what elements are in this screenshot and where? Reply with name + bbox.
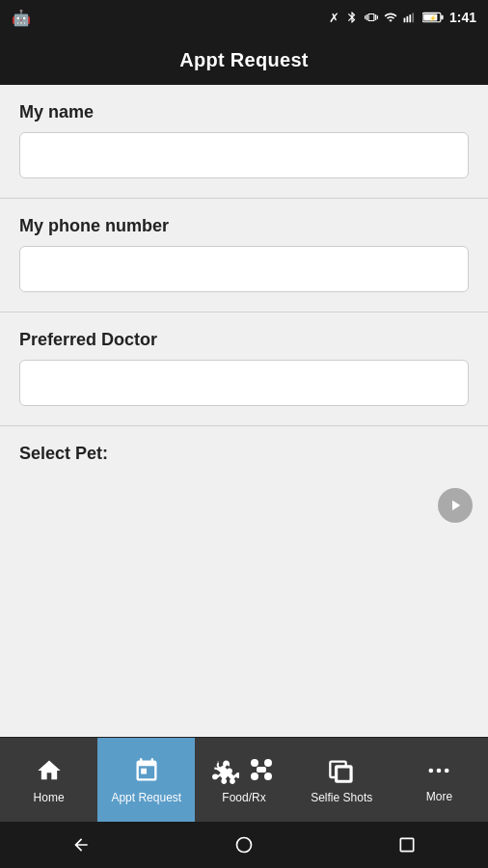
next-arrow-button[interactable] (438, 488, 473, 523)
main-content: My name My phone number Preferred Doctor… (0, 85, 488, 737)
nav-label-more: More (426, 791, 452, 802)
status-bar-left: 🤖 (12, 9, 31, 27)
bluetooth-icon (345, 11, 359, 24)
doctor-input[interactable] (19, 360, 469, 406)
svg-point-20 (236, 838, 251, 853)
notification-icon: 🤖 (12, 9, 31, 27)
select-pet-section: Select Pet: (0, 426, 488, 561)
doctor-section: Preferred Doctor (0, 312, 488, 426)
svg-rect-0 (404, 18, 406, 23)
phone-input[interactable] (19, 246, 469, 292)
nav-item-appt-request[interactable]: Appt Request (97, 738, 195, 822)
nav-item-home[interactable]: Home (0, 738, 97, 822)
svg-point-8 (251, 759, 258, 767)
svg-rect-1 (406, 16, 408, 22)
signal-icon (403, 11, 417, 24)
svg-rect-21 (400, 838, 413, 851)
nav-item-more[interactable]: More (391, 738, 488, 822)
status-bar: 🤖 ✗ ⚡ 1:41 (0, 0, 488, 35)
phone-section: My phone number (0, 199, 488, 312)
nav-item-selfie-shots[interactable]: Selfie Shots (293, 738, 391, 822)
calendar-icon (133, 757, 160, 788)
camera-icon (328, 757, 355, 788)
name-section: My name (0, 85, 488, 199)
nav-item-food-rx[interactable]: Food/Rx (195, 738, 292, 822)
status-time: 1:41 (449, 10, 476, 25)
name-input[interactable] (19, 132, 469, 178)
android-nav-bar (0, 822, 488, 868)
bottom-nav: Home Appt Request (0, 737, 488, 822)
svg-rect-12 (257, 767, 266, 773)
svg-rect-15 (338, 767, 351, 780)
status-bar-right: ✗ ⚡ 1:41 (329, 10, 476, 25)
svg-point-18 (437, 769, 442, 773)
name-label: My name (19, 102, 469, 122)
svg-rect-2 (409, 14, 411, 22)
svg-point-17 (429, 769, 434, 773)
select-pet-label: Select Pet: (19, 444, 469, 464)
more-icon (425, 757, 452, 787)
bone-icon (212, 757, 275, 788)
phone-label: My phone number (19, 216, 469, 236)
app-bar: Appt Request (0, 35, 488, 85)
nav-label-home: Home (34, 792, 65, 803)
svg-point-10 (251, 773, 258, 780)
home-icon (36, 757, 63, 788)
vibrate-icon (365, 11, 378, 24)
nav-label-food-rx: Food/Rx (222, 792, 265, 803)
svg-text:⚡: ⚡ (429, 14, 437, 22)
nav-label-appt-request: Appt Request (111, 792, 181, 803)
svg-point-9 (264, 759, 272, 767)
recent-apps-button[interactable] (388, 826, 426, 864)
wifi-icon (384, 11, 397, 24)
svg-rect-3 (412, 13, 414, 22)
bluetooth-icon: ✗ (329, 11, 339, 25)
app-bar-title: Appt Request (179, 49, 309, 71)
svg-point-19 (445, 769, 449, 773)
doctor-label: Preferred Doctor (19, 330, 469, 350)
home-button[interactable] (225, 826, 263, 864)
battery-icon: ⚡ (422, 11, 444, 24)
back-button[interactable] (62, 826, 100, 864)
nav-label-selfie-shots: Selfie Shots (311, 792, 372, 803)
svg-point-11 (264, 773, 272, 780)
svg-rect-6 (441, 15, 443, 20)
